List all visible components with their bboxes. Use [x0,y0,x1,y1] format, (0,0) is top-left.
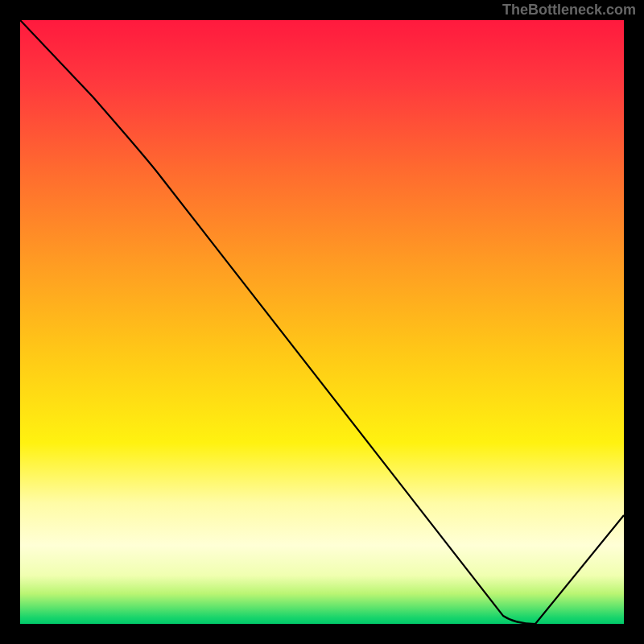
chart-frame: TheBottleneck.com [0,0,644,644]
watermark-text: TheBottleneck.com [502,2,636,19]
curve-svg [20,20,624,624]
plot-area [20,20,624,624]
bottleneck-curve [20,20,624,624]
